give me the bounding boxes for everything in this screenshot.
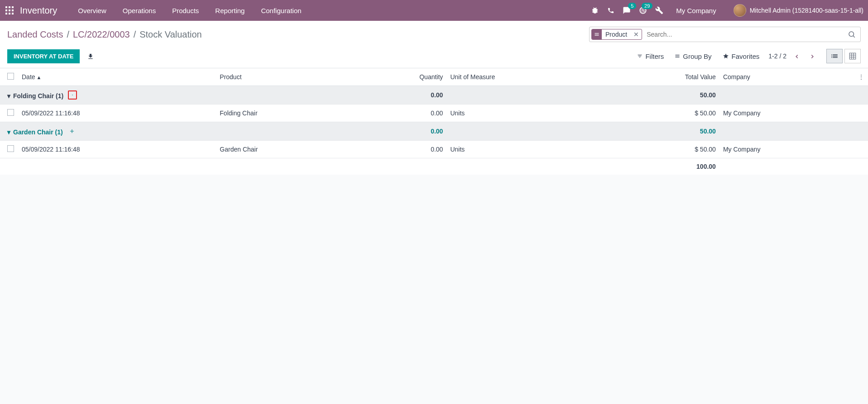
user-menu[interactable]: Mitchell Admin (15281400-saas-15-1-all) — [734, 4, 863, 17]
pager-prev[interactable] — [792, 51, 802, 62]
pager: 1-2 / 2 — [768, 51, 817, 62]
col-product[interactable]: Product — [216, 68, 353, 86]
breadcrumb-lc[interactable]: LC/2022/0003 — [73, 29, 130, 40]
favorites-dropdown[interactable]: Favorites — [723, 52, 760, 60]
cell-product: Folding Chair — [216, 105, 353, 122]
col-date[interactable]: Date▲ — [18, 68, 216, 86]
search-options: Filters Group By Favorites — [637, 52, 759, 60]
view-pivot[interactable] — [844, 49, 861, 63]
top-nav: Overview Operations Products Reporting C… — [70, 0, 309, 21]
group-add-icon[interactable] — [67, 127, 77, 136]
debug-icon[interactable] — [591, 6, 599, 14]
group-total-value: 50.00 — [604, 122, 719, 141]
table-row[interactable]: 05/09/2022 11:16:48Folding Chair0.00Unit… — [0, 105, 868, 122]
tools-icon[interactable] — [655, 6, 663, 14]
svg-rect-1 — [9, 6, 10, 8]
apps-icon[interactable] — [5, 5, 14, 15]
group-row[interactable]: ▾Garden Chair (1)0.0050.00 — [0, 122, 868, 141]
view-list[interactable] — [826, 49, 843, 63]
cell-uom: Units — [446, 105, 604, 122]
company-selector[interactable]: My Company — [676, 7, 716, 14]
svg-rect-2 — [12, 6, 14, 8]
col-quantity[interactable]: Quantity — [353, 68, 446, 86]
list-table: Date▲ Product Quantity Unit of Measure T… — [0, 68, 868, 175]
pager-next[interactable] — [807, 51, 817, 62]
systray: 5 29 My Company Mitchell Admin (15281400… — [591, 4, 863, 17]
group-icon — [592, 29, 602, 39]
control-panel: Landed Costs / LC/2022/0003 / Stock Valu… — [0, 21, 868, 68]
svg-rect-8 — [12, 13, 14, 14]
nav-products[interactable]: Products — [164, 0, 207, 21]
caret-down-icon[interactable]: ▾ — [7, 92, 10, 100]
group-title: Garden Chair (1) — [13, 128, 63, 136]
select-all-checkbox[interactable] — [7, 73, 14, 80]
nav-operations[interactable]: Operations — [115, 0, 164, 21]
messages-badge: 5 — [628, 3, 636, 9]
group-total-value: 50.00 — [604, 86, 719, 105]
cell-quantity: 0.00 — [353, 141, 446, 158]
svg-rect-0 — [5, 6, 7, 8]
cell-total-value: $ 50.00 — [604, 105, 719, 122]
svg-rect-11 — [849, 53, 856, 59]
search-bar[interactable]: Product ✕ — [589, 27, 861, 42]
row-checkbox[interactable] — [7, 109, 14, 116]
activities-badge: 29 — [642, 3, 652, 9]
col-company[interactable]: Company — [719, 68, 854, 86]
svg-rect-3 — [5, 10, 7, 11]
svg-rect-6 — [5, 13, 7, 14]
pager-range[interactable]: 1-2 / 2 — [768, 52, 786, 60]
cell-company: My Company — [719, 141, 854, 158]
groupby-dropdown[interactable]: Group By — [675, 52, 711, 60]
search-icon[interactable] — [845, 30, 858, 38]
messages-icon[interactable]: 5 — [623, 6, 631, 14]
col-total-value[interactable]: Total Value — [604, 68, 719, 86]
download-icon[interactable] — [87, 52, 94, 60]
breadcrumb: Landed Costs / LC/2022/0003 / Stock Valu… — [7, 29, 202, 40]
svg-rect-4 — [9, 10, 10, 11]
nav-reporting[interactable]: Reporting — [207, 0, 253, 21]
phone-icon[interactable] — [607, 7, 614, 14]
cell-uom: Units — [446, 141, 604, 158]
grand-total: 100.00 — [604, 158, 719, 175]
svg-point-9 — [849, 32, 854, 37]
group-quantity: 0.00 — [353, 86, 446, 105]
cell-date: 05/09/2022 11:16:48 — [18, 141, 216, 158]
filters-dropdown[interactable]: Filters — [637, 52, 664, 60]
cell-date: 05/09/2022 11:16:48 — [18, 105, 216, 122]
cell-company: My Company — [719, 105, 854, 122]
cell-total-value: $ 50.00 — [604, 141, 719, 158]
svg-rect-5 — [12, 10, 14, 11]
view-switcher — [826, 49, 861, 63]
topbar: Inventory Overview Operations Products R… — [0, 0, 868, 21]
breadcrumb-landed-costs[interactable]: Landed Costs — [7, 29, 63, 40]
search-facet-product: Product ✕ — [591, 29, 642, 40]
avatar — [734, 4, 746, 17]
activities-icon[interactable]: 29 — [639, 6, 647, 14]
app-brand[interactable]: Inventory — [20, 5, 57, 16]
group-title: Folding Chair (1) — [13, 92, 63, 100]
facet-label: Product — [602, 31, 631, 38]
sort-asc-icon: ▲ — [37, 75, 42, 80]
group-row[interactable]: ▾Folding Chair (1)0.0050.00 — [0, 86, 868, 105]
nav-configuration[interactable]: Configuration — [253, 0, 309, 21]
nav-overview[interactable]: Overview — [70, 0, 115, 21]
inventory-at-date-button[interactable]: INVENTORY AT DATE — [7, 49, 80, 63]
breadcrumb-current: Stock Valuation — [139, 29, 202, 40]
table-row[interactable]: 05/09/2022 11:16:48Garden Chair0.00Units… — [0, 141, 868, 158]
row-checkbox[interactable] — [7, 145, 14, 152]
column-options-icon[interactable]: ⋮ — [858, 73, 864, 81]
cell-product: Garden Chair — [216, 141, 353, 158]
cell-quantity: 0.00 — [353, 105, 446, 122]
svg-rect-7 — [9, 13, 10, 14]
group-quantity: 0.00 — [353, 122, 446, 141]
user-name: Mitchell Admin (15281400-saas-15-1-all) — [750, 7, 863, 14]
search-input[interactable] — [645, 29, 845, 40]
svg-line-10 — [853, 36, 854, 38]
caret-down-icon[interactable]: ▾ — [7, 128, 10, 136]
col-uom[interactable]: Unit of Measure — [446, 68, 604, 86]
footer-row: 100.00 — [0, 158, 868, 175]
facet-remove[interactable]: ✕ — [631, 31, 642, 38]
group-add-icon[interactable] — [68, 90, 77, 100]
